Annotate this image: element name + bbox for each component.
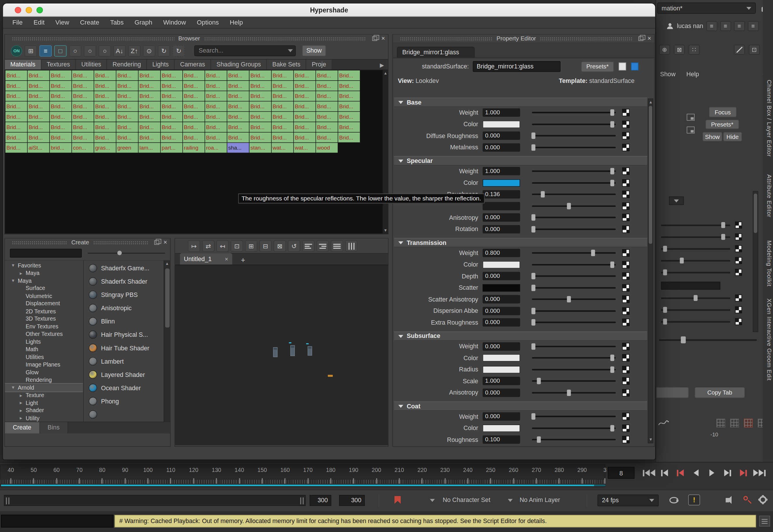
- section-header-transmission[interactable]: Transmission: [394, 238, 648, 247]
- browser-tab-shading-groups[interactable]: Shading Groups: [211, 59, 267, 69]
- playback-end-field[interactable]: 300: [310, 495, 331, 506]
- material-swatch[interactable]: Brid...: [72, 122, 94, 132]
- material-swatch[interactable]: Brid...: [116, 112, 138, 122]
- auto-keyframe-icon[interactable]: [743, 495, 749, 501]
- attribute-slider[interactable]: [532, 343, 616, 349]
- material-swatch[interactable]: Brid...: [316, 81, 338, 91]
- texture-map-icon[interactable]: [622, 377, 630, 385]
- material-swatch[interactable]: Brid...: [294, 91, 315, 101]
- attr-slider[interactable]: [661, 295, 730, 302]
- browser-tab-materials[interactable]: Materials: [5, 59, 41, 69]
- material-swatch[interactable]: Brid...: [94, 122, 116, 132]
- tree-item-maya[interactable]: ▸Maya: [5, 269, 83, 277]
- cutoff-button[interactable]: [656, 387, 689, 398]
- sort-reverse-icon[interactable]: Z↑: [128, 45, 140, 56]
- material-swatch[interactable]: Brid...: [116, 81, 138, 91]
- material-swatch[interactable]: Brid...: [5, 91, 27, 101]
- property-editor-header[interactable]: Property Editor ×: [393, 34, 654, 42]
- menu-create[interactable]: Create: [75, 16, 105, 28]
- color-swatch[interactable]: [483, 366, 520, 373]
- material-swatch[interactable]: Brid...: [50, 91, 71, 101]
- tree-item-glow[interactable]: Glow: [5, 369, 83, 376]
- attribute-slider[interactable]: [532, 273, 616, 279]
- attribute-slider[interactable]: [532, 121, 616, 127]
- attr-slider[interactable]: [661, 269, 730, 276]
- node-name-field[interactable]: Bridge_mirror1:glass: [473, 61, 560, 72]
- sort-time-icon[interactable]: ⊙: [143, 45, 155, 56]
- material-swatch[interactable]: Brid...: [227, 91, 249, 101]
- layout-panes-icon[interactable]: ≡: [734, 21, 745, 31]
- animation-end-field[interactable]: 300: [339, 495, 365, 506]
- material-swatch[interactable]: Brid...: [250, 122, 271, 132]
- value-field[interactable]: 0.000: [483, 272, 520, 280]
- tree-item-displacement[interactable]: Displacement: [5, 300, 83, 307]
- swatch-size-medium-icon[interactable]: ○: [69, 45, 81, 56]
- tree-item-rendering[interactable]: Rendering: [5, 376, 83, 384]
- material-swatch[interactable]: Brid...: [250, 81, 271, 91]
- material-swatch[interactable]: Brid...: [5, 133, 27, 142]
- texture-map-icon[interactable]: [622, 436, 630, 444]
- shader-item-stingray-pbs[interactable]: Stingray PBS: [85, 288, 163, 302]
- texture-map-icon[interactable]: [622, 120, 630, 128]
- material-swatch[interactable]: Brid...: [50, 101, 71, 111]
- copy-attr-icon[interactable]: [619, 63, 626, 70]
- material-swatch[interactable]: Brid...: [294, 122, 315, 132]
- tree-item-surface[interactable]: Surface: [5, 284, 83, 292]
- value-field[interactable]: 0.000: [483, 143, 520, 152]
- material-swatch[interactable]: Brid...: [28, 112, 49, 122]
- fps-dropdown[interactable]: 24 fps: [598, 494, 659, 506]
- texture-map-icon[interactable]: [622, 249, 630, 257]
- swatch-size-largest-icon[interactable]: ○: [98, 45, 111, 56]
- slider-handle[interactable]: [611, 261, 615, 268]
- animation-curve-icon[interactable]: [658, 419, 669, 427]
- texture-map-icon[interactable]: [622, 354, 630, 362]
- anim-layer-label[interactable]: No Anim Layer: [519, 496, 560, 503]
- attribute-slider[interactable]: [532, 296, 616, 302]
- value-field[interactable]: 1.000: [483, 167, 520, 176]
- browser-tab-textures[interactable]: Textures: [41, 59, 76, 69]
- material-swatch[interactable]: Brid...: [183, 91, 205, 101]
- shader-item-ocean-shader[interactable]: Ocean Shader: [85, 381, 163, 395]
- texture-map-icon[interactable]: [735, 222, 742, 228]
- material-swatch[interactable]: Brid...: [294, 70, 315, 80]
- material-swatch[interactable]: Brid...: [72, 91, 94, 101]
- slider-handle[interactable]: [541, 191, 545, 198]
- attribute-slider[interactable]: [532, 319, 616, 325]
- attribute-slider[interactable]: [532, 261, 616, 268]
- menu-show[interactable]: Show: [660, 71, 675, 78]
- texture-map-icon[interactable]: [735, 245, 742, 252]
- material-swatch[interactable]: Brid...: [116, 101, 138, 111]
- material-swatch[interactable]: Brid...: [28, 122, 49, 132]
- sidebar-tab-attribute-editor[interactable]: Attribute Editor: [764, 174, 773, 237]
- shader-item-shaderfx-shader[interactable]: Shaderfx Shader: [85, 275, 163, 288]
- material-swatch[interactable]: Brid...: [94, 101, 116, 111]
- material-swatch[interactable]: Brid...: [138, 81, 160, 91]
- create-panel-tab-bins[interactable]: Bins: [40, 422, 68, 433]
- attr-slider[interactable]: [661, 222, 730, 228]
- audio-icon[interactable]: [726, 498, 729, 502]
- material-swatch[interactable]: Brid...: [116, 70, 138, 80]
- material-swatch[interactable]: Brid...: [294, 112, 315, 122]
- step-back-frame-icon[interactable]: [657, 466, 673, 480]
- graph-materials-icon[interactable]: ⊡: [231, 240, 243, 251]
- delete-grid-icon[interactable]: [744, 419, 753, 428]
- remove-unselected-icon[interactable]: ⊠: [274, 240, 286, 251]
- texture-map-icon[interactable]: [622, 261, 630, 268]
- section-header-base[interactable]: Base: [394, 98, 648, 107]
- slider-handle[interactable]: [531, 273, 536, 279]
- material-swatch[interactable]: Brid...: [250, 101, 271, 111]
- slider-handle[interactable]: [531, 308, 536, 314]
- list-view-icon[interactable]: ≡: [39, 45, 52, 56]
- tree-item-image-planes[interactable]: Image Planes: [5, 361, 83, 368]
- tree-item-maya[interactable]: ▾Maya: [5, 277, 83, 284]
- paste-attr-icon[interactable]: [631, 63, 639, 70]
- particles-icon[interactable]: ∷: [689, 45, 700, 55]
- update-swatches-icon[interactable]: ↻: [172, 45, 185, 56]
- layout-columns-icon[interactable]: ≡: [720, 21, 731, 31]
- step-back-key-icon[interactable]: [672, 466, 688, 480]
- color-swatch[interactable]: [483, 354, 520, 362]
- grid-box-icon[interactable]: ⊡: [749, 45, 760, 55]
- menu-file[interactable]: File: [7, 16, 28, 28]
- attribute-slider[interactable]: [532, 180, 616, 186]
- material-swatch[interactable]: Brid...: [316, 133, 338, 142]
